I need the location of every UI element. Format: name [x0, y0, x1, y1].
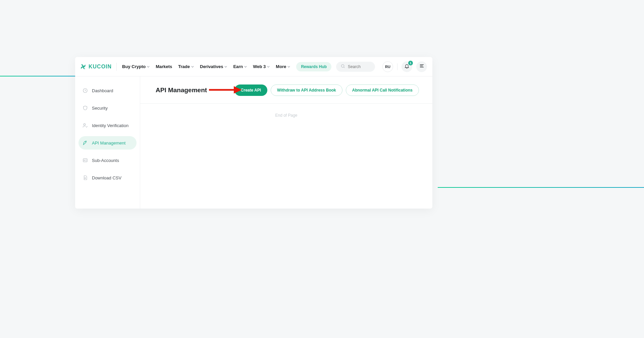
body: Dashboard Security Identity Verification…: [75, 76, 432, 209]
nav-label: Trade: [178, 64, 190, 69]
chevron-down-icon: [191, 65, 194, 68]
nav-buy-crypto[interactable]: Buy Crypto: [122, 64, 150, 69]
sidebar-item-sub-accounts[interactable]: Sub-Accounts: [78, 154, 137, 167]
page-title: API Management: [156, 87, 207, 94]
search-input[interactable]: [348, 64, 370, 69]
svg-point-7: [85, 142, 86, 142]
sidebar-item-api-management[interactable]: API Management: [78, 136, 137, 150]
file-download-icon: [83, 175, 88, 180]
search-icon: [341, 64, 345, 70]
shield-icon: [83, 105, 88, 111]
header-right: RU 1: [382, 61, 427, 72]
language-button[interactable]: RU: [382, 61, 393, 72]
logo[interactable]: KUCOIN: [80, 63, 117, 71]
abnormal-notifications-button[interactable]: Abnormal API Call Notifications: [346, 84, 419, 96]
sidebar-item-security[interactable]: Security: [78, 101, 137, 115]
notifications-button[interactable]: 1: [401, 61, 412, 72]
search-box[interactable]: [336, 62, 375, 72]
chevron-down-icon: [267, 65, 270, 68]
menu-button[interactable]: [416, 61, 427, 72]
sidebar-item-label: Download CSV: [92, 175, 121, 180]
nav-label: Web 3: [253, 64, 266, 69]
create-api-button[interactable]: Create API: [234, 84, 267, 96]
kucoin-logo-icon: [80, 63, 87, 70]
sidebar-item-download-csv[interactable]: Download CSV: [78, 171, 137, 184]
nav-label: More: [276, 64, 286, 69]
sidebar-item-dashboard[interactable]: Dashboard: [78, 84, 137, 97]
nav-label: Derivatives: [200, 64, 223, 69]
header: KUCOIN Buy Crypto Markets Trade Derivati…: [75, 57, 432, 76]
withdraw-address-book-button[interactable]: Withdraw to API Address Book: [271, 84, 342, 96]
nav-earn[interactable]: Earn: [233, 64, 247, 69]
chevron-down-icon: [244, 65, 247, 68]
app-window: KUCOIN Buy Crypto Markets Trade Derivati…: [75, 57, 432, 209]
rocket-icon: [83, 140, 88, 146]
sidebar-item-label: Dashboard: [92, 88, 113, 93]
sidebar: Dashboard Security Identity Verification…: [75, 76, 140, 209]
sidebar-item-label: Sub-Accounts: [92, 158, 119, 163]
chevron-down-icon: [147, 65, 150, 68]
page-actions: Create API Withdraw to API Address Book …: [234, 84, 419, 96]
svg-point-9: [84, 160, 85, 161]
user-check-icon: [83, 123, 88, 128]
end-of-page-text: End of Page: [140, 104, 432, 118]
nav-more[interactable]: More: [276, 64, 290, 69]
nav-label: Earn: [233, 64, 243, 69]
rewards-hub-button[interactable]: Rewards Hub: [296, 62, 331, 71]
nav-markets[interactable]: Markets: [156, 64, 172, 69]
chevron-down-icon: [287, 65, 290, 68]
chevron-down-icon: [224, 65, 227, 68]
divider: [397, 63, 397, 70]
decorative-gradient-left: [0, 76, 75, 76]
page-header: API Management Create API Withdraw to AP…: [140, 76, 432, 104]
svg-point-6: [84, 124, 85, 125]
notification-badge: 1: [408, 61, 413, 65]
sidebar-item-label: API Management: [92, 140, 125, 146]
menu-icon: [419, 63, 424, 70]
svg-point-0: [341, 64, 344, 67]
decorative-gradient-right: [438, 187, 644, 188]
nav-label: Markets: [156, 64, 172, 69]
accounts-icon: [83, 158, 88, 163]
top-nav: Buy Crypto Markets Trade Derivatives Ear…: [122, 64, 290, 69]
nav-derivatives[interactable]: Derivatives: [200, 64, 227, 69]
main-content: API Management Create API Withdraw to AP…: [140, 76, 432, 209]
svg-line-1: [344, 67, 344, 67]
sidebar-item-identity[interactable]: Identity Verification: [78, 119, 137, 132]
nav-trade[interactable]: Trade: [178, 64, 194, 69]
sidebar-item-label: Identity Verification: [92, 123, 128, 128]
clock-icon: [83, 88, 88, 93]
logo-text: KUCOIN: [89, 64, 112, 70]
sidebar-item-label: Security: [92, 106, 108, 111]
nav-web3[interactable]: Web 3: [253, 64, 270, 69]
nav-label: Buy Crypto: [122, 64, 146, 69]
